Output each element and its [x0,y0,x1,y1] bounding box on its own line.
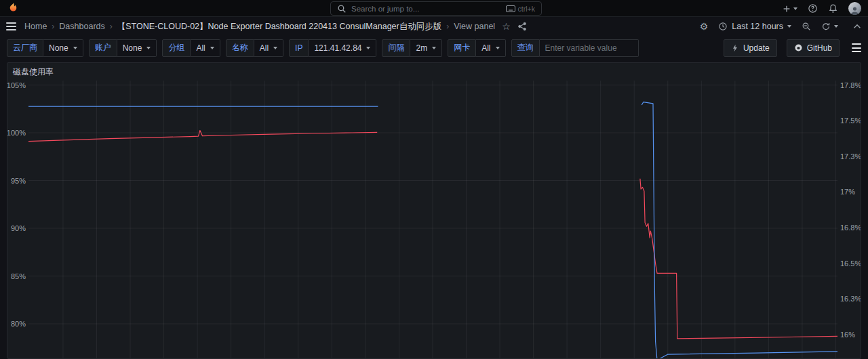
varbar-right-actions: Update GitHub [724,39,861,57]
variable-label: IP [289,39,309,57]
caret-down-icon [787,25,791,28]
search-shortcut: ctrl+k [506,5,535,13]
breadcrumb-item-dashboard-title[interactable]: 【STONE-CLOUD-02】Node Exporter Dashboard … [117,21,441,33]
svg-text:90%: 90% [11,224,26,232]
share-icon[interactable] [517,22,527,31]
time-range-picker[interactable]: Last 12 hours [718,22,791,31]
variable-label: 云厂商 [7,39,43,57]
caret-down-icon [793,7,797,10]
chevron-right-icon: › [110,22,113,31]
search-input[interactable] [351,5,501,13]
breadcrumb-item-dashboards[interactable]: Dashboards [59,22,104,31]
variable-value: None [49,43,68,53]
help-button[interactable] [808,3,818,14]
global-search[interactable]: ctrl+k [330,1,542,16]
svg-text:105%: 105% [7,81,26,89]
plus-icon [782,4,791,14]
panel-title[interactable]: 磁盘使用率 [13,66,54,78]
github-button[interactable]: GitHub [787,39,840,57]
breadcrumb: Home › Dashboards › 【STONE-CLOUD-02】Node… [24,21,495,33]
github-label: GitHub [807,43,832,53]
variable-value: All [481,43,490,53]
variable-label: 查询 [511,39,540,57]
variable-network-card: 网卡 All [448,39,505,57]
top-nav-bar: ctrl+k [0,0,868,17]
grafana-logo[interactable] [7,2,19,14]
variable-name: 名称 All [226,39,283,57]
variable-value-dropdown[interactable]: None [117,39,157,57]
svg-text:16%: 16% [840,331,855,339]
svg-text:80%: 80% [11,320,26,328]
svg-text:16.3%: 16.3% [840,295,861,303]
caret-down-icon [496,47,500,49]
toolbar-right: ⚙ Last 12 hours [700,22,862,31]
dashboard-actions: ☆ [502,22,527,31]
variable-value-dropdown[interactable]: 121.41.42.84 [309,39,376,57]
caret-down-icon [210,47,214,49]
collapse-chevron-up-icon[interactable] [852,22,862,31]
star-icon[interactable]: ☆ [502,22,511,31]
mega-menu-toggle[interactable] [6,22,16,30]
chevron-right-icon: › [52,22,54,31]
refresh-button[interactable] [821,22,838,31]
variable-query-input[interactable] [540,39,639,57]
variable-ip: IP 121.41.42.84 [289,39,376,57]
variable-value-dropdown[interactable]: All [191,39,220,57]
variable-label: 名称 [226,39,254,57]
dashboard-toolbar: Home › Dashboards › 【STONE-CLOUD-02】Node… [0,17,868,36]
variable-value-dropdown[interactable]: All [254,39,283,57]
svg-text:17.3%: 17.3% [840,152,861,161]
chevron-right-icon: › [446,22,449,31]
svg-text:17.5%: 17.5% [840,117,861,125]
svg-text:17.8%: 17.8% [840,81,861,89]
variable-value-dropdown[interactable]: All [476,39,505,57]
variable-account: 账户 None [89,39,157,57]
dashboard-settings-gear-icon[interactable]: ⚙ [700,22,709,31]
search-icon [337,4,347,14]
overflow-menu-icon[interactable] [852,43,861,52]
refresh-icon [821,22,831,31]
template-variables-bar: 云厂商 None 账户 None 分组 All 名称 All IP 121.41… [0,39,868,57]
notifications-bell-icon[interactable] [828,3,838,14]
caret-down-icon [146,47,151,49]
caret-down-icon [366,47,370,49]
timeseries-chart[interactable]: 105%100%95%90%85%80%17.8%17.5%17.3%17%16… [7,63,861,358]
variable-label: 账户 [89,39,117,57]
caret-down-icon [432,47,436,49]
disk-usage-panel[interactable]: 磁盘使用率 105%100%95%90%85%80%17.8%17.5%17.3… [7,62,861,359]
update-label: Update [743,43,770,53]
shortcut-label: ctrl+k [518,5,535,13]
user-avatar[interactable] [848,2,861,15]
variable-interval: 间隔 2m [382,39,442,57]
variable-label: 间隔 [382,39,410,57]
variable-label: 网卡 [448,39,476,57]
new-menu-button[interactable] [782,4,797,14]
svg-text:17%: 17% [840,188,855,196]
variable-value-dropdown[interactable]: None [43,39,83,57]
variable-label: 分组 [162,39,191,57]
variable-value-dropdown[interactable]: 2m [410,39,442,57]
caret-down-icon [273,47,277,49]
variable-group: 分组 All [162,39,220,57]
time-range-label: Last 12 hours [732,22,783,31]
zoom-out-icon[interactable] [802,22,811,31]
svg-text:85%: 85% [11,272,26,280]
svg-text:95%: 95% [11,177,26,185]
refresh-interval-caret-icon[interactable] [834,25,838,28]
variable-value: None [123,43,142,53]
variable-cloud-vendor: 云厂商 None [7,39,83,57]
variable-value: All [196,43,205,53]
svg-text:16.5%: 16.5% [840,259,861,268]
update-button[interactable]: Update [724,39,777,57]
svg-text:16.8%: 16.8% [840,224,861,232]
lightning-icon [731,43,739,53]
variable-query: 查询 [511,39,639,57]
variable-value: 2m [416,43,427,53]
svg-text:100%: 100% [7,129,26,137]
keyboard-icon [506,5,515,12]
breadcrumb-item-home[interactable]: Home [24,22,47,31]
caret-down-icon [73,47,77,49]
breadcrumb-item-view-panel: View panel [454,22,495,31]
variable-value: All [260,43,269,53]
clock-icon [718,22,728,31]
